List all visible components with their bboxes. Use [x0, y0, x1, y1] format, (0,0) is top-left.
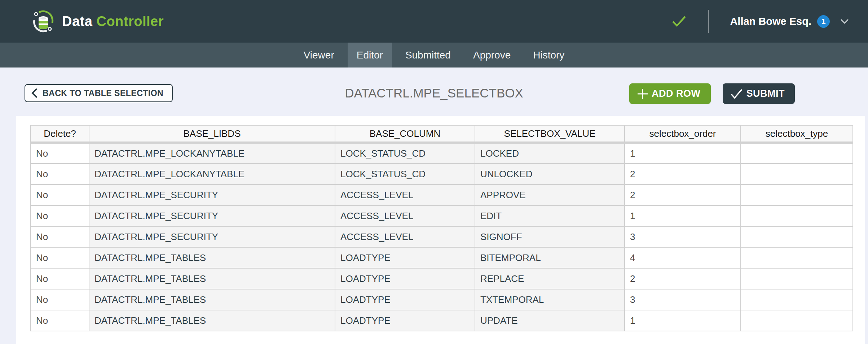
table-row: No DATACTRL.MPE_SECURITY ACCESS_LEVEL SI…	[31, 226, 853, 247]
cell-selectbox-type[interactable]	[741, 164, 853, 184]
table-row: No DATACTRL.MPE_LOCKANYTABLE LOCK_STATUS…	[31, 164, 853, 184]
cell-base-column[interactable]: LOADTYPE	[335, 247, 475, 268]
content-area: DATACTRL.MPE_SELECTBOX BACK TO TABLE SEL…	[0, 68, 868, 344]
table-row: No DATACTRL.MPE_TABLES LOADTYPE TXTEMPOR…	[31, 289, 853, 310]
cell-selectbox-value[interactable]: SIGNOFF	[475, 226, 625, 247]
cell-delete[interactable]: No	[31, 247, 89, 268]
column-header-selectbox-value: SELECTBOX_VALUE	[475, 125, 625, 143]
cell-selectbox-value[interactable]: UPDATE	[475, 310, 625, 331]
cell-selectbox-order[interactable]: 3	[625, 226, 741, 247]
cell-delete[interactable]: No	[31, 289, 89, 310]
table-row: No DATACTRL.MPE_SECURITY ACCESS_LEVEL AP…	[31, 184, 853, 205]
cell-base-libds[interactable]: DATACTRL.MPE_SECURITY	[89, 184, 335, 205]
cell-delete[interactable]: No	[31, 310, 89, 331]
column-header-selectbox-order: selectbox_order	[625, 125, 741, 143]
cell-selectbox-value[interactable]: TXTEMPORAL	[475, 289, 625, 310]
chevron-down-icon	[840, 18, 849, 24]
cell-delete[interactable]: No	[31, 164, 89, 184]
cell-base-column[interactable]: ACCESS_LEVEL	[335, 184, 475, 205]
nav-bar: Viewer Editor Submitted Approve History	[0, 43, 868, 68]
tab-viewer[interactable]: Viewer	[295, 43, 343, 68]
column-header-base-libds: BASE_LIBDS	[89, 125, 335, 143]
column-header-delete: Delete?	[31, 125, 89, 143]
cell-base-column[interactable]: LOADTYPE	[335, 289, 475, 310]
cell-selectbox-order[interactable]: 1	[625, 143, 741, 164]
add-row-button[interactable]: ADD ROW	[629, 83, 710, 104]
user-badge: 1	[817, 15, 830, 28]
status-check-icon	[671, 15, 687, 28]
database-sync-icon	[32, 10, 55, 33]
cell-base-column[interactable]: ACCESS_LEVEL	[335, 205, 475, 226]
cell-selectbox-type[interactable]	[741, 268, 853, 289]
cell-selectbox-order[interactable]: 1	[625, 205, 741, 226]
cell-selectbox-value[interactable]: BITEMPORAL	[475, 247, 625, 268]
cell-selectbox-order[interactable]: 4	[625, 247, 741, 268]
cell-delete[interactable]: No	[31, 184, 89, 205]
data-grid: Delete? BASE_LIBDS BASE_COLUMN SELECTBOX…	[30, 125, 853, 331]
tab-editor[interactable]: Editor	[348, 43, 392, 68]
add-row-label: ADD ROW	[652, 88, 700, 99]
cell-base-libds[interactable]: DATACTRL.MPE_TABLES	[89, 289, 335, 310]
app-header: Data Controller Allan Bowe Esq. 1	[0, 0, 868, 43]
cell-selectbox-value[interactable]: LOCKED	[475, 143, 625, 164]
chevron-left-icon	[31, 88, 38, 99]
action-buttons: ADD ROW SUBMIT	[629, 83, 795, 104]
cell-selectbox-order[interactable]: 2	[625, 164, 741, 184]
table-row: No DATACTRL.MPE_TABLES LOADTYPE REPLACE …	[31, 268, 853, 289]
cell-selectbox-type[interactable]	[741, 205, 853, 226]
submit-label: SUBMIT	[746, 88, 785, 99]
cell-base-column[interactable]: LOCK_STATUS_CD	[335, 143, 475, 164]
tab-approve[interactable]: Approve	[464, 43, 520, 68]
cell-base-libds[interactable]: DATACTRL.MPE_LOCKANYTABLE	[89, 164, 335, 184]
plus-icon	[636, 88, 649, 100]
cell-selectbox-order[interactable]: 2	[625, 268, 741, 289]
table-row: No DATACTRL.MPE_TABLES LOADTYPE UPDATE 1	[31, 310, 853, 331]
cell-selectbox-value[interactable]: EDIT	[475, 205, 625, 226]
cell-selectbox-value[interactable]: UNLOCKED	[475, 164, 625, 184]
submit-button[interactable]: SUBMIT	[723, 83, 795, 104]
cell-base-libds[interactable]: DATACTRL.MPE_TABLES	[89, 268, 335, 289]
user-menu[interactable]: Allan Bowe Esq. 1	[730, 15, 849, 28]
brand-name: Data Controller	[62, 14, 164, 29]
cell-selectbox-type[interactable]	[741, 310, 853, 331]
cell-selectbox-order[interactable]: 3	[625, 289, 741, 310]
cell-delete[interactable]: No	[31, 226, 89, 247]
cell-selectbox-order[interactable]: 2	[625, 184, 741, 205]
cell-base-libds[interactable]: DATACTRL.MPE_TABLES	[89, 310, 335, 331]
header-divider	[708, 10, 709, 33]
tab-history[interactable]: History	[524, 43, 573, 68]
cell-selectbox-type[interactable]	[741, 184, 853, 205]
cell-base-column[interactable]: LOADTYPE	[335, 310, 475, 331]
cell-base-column[interactable]: ACCESS_LEVEL	[335, 226, 475, 247]
column-header-selectbox-type: selectbox_type	[741, 125, 853, 143]
cell-delete[interactable]: No	[31, 143, 89, 164]
cell-selectbox-value[interactable]: APPROVE	[475, 184, 625, 205]
cell-selectbox-type[interactable]	[741, 247, 853, 268]
header-right: Allan Bowe Esq. 1	[671, 10, 849, 33]
user-name: Allan Bowe Esq.	[730, 16, 811, 27]
cell-selectbox-type[interactable]	[741, 143, 853, 164]
back-button-label: BACK TO TABLE SELECTION	[43, 88, 163, 98]
check-icon	[730, 88, 744, 99]
tab-submitted[interactable]: Submitted	[396, 43, 460, 68]
cell-selectbox-type[interactable]	[741, 226, 853, 247]
cell-base-libds[interactable]: DATACTRL.MPE_SECURITY	[89, 205, 335, 226]
cell-selectbox-order[interactable]: 1	[625, 310, 741, 331]
table-row: No DATACTRL.MPE_SECURITY ACCESS_LEVEL ED…	[31, 205, 853, 226]
cell-base-column[interactable]: LOCK_STATUS_CD	[335, 164, 475, 184]
cell-delete[interactable]: No	[31, 205, 89, 226]
table-row: No DATACTRL.MPE_LOCKANYTABLE LOCK_STATUS…	[31, 143, 853, 164]
cell-selectbox-value[interactable]: REPLACE	[475, 268, 625, 289]
brand-logo[interactable]: Data Controller	[32, 10, 164, 33]
table-row: No DATACTRL.MPE_TABLES LOADTYPE BITEMPOR…	[31, 247, 853, 268]
cell-base-libds[interactable]: DATACTRL.MPE_LOCKANYTABLE	[89, 143, 335, 164]
cell-base-libds[interactable]: DATACTRL.MPE_SECURITY	[89, 226, 335, 247]
back-to-table-selection-button[interactable]: BACK TO TABLE SELECTION	[25, 84, 173, 102]
cell-base-libds[interactable]: DATACTRL.MPE_TABLES	[89, 247, 335, 268]
table-body: No DATACTRL.MPE_LOCKANYTABLE LOCK_STATUS…	[31, 143, 853, 331]
table-panel: Delete? BASE_LIBDS BASE_COLUMN SELECTBOX…	[16, 116, 865, 344]
cell-selectbox-type[interactable]	[741, 289, 853, 310]
cell-base-column[interactable]: LOADTYPE	[335, 268, 475, 289]
column-header-base-column: BASE_COLUMN	[335, 125, 475, 143]
cell-delete[interactable]: No	[31, 268, 89, 289]
